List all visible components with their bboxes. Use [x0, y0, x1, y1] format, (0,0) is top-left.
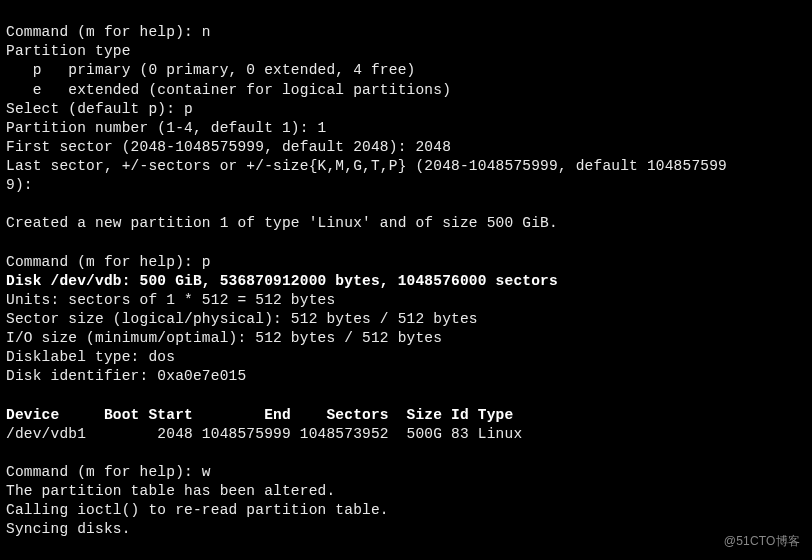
output-line: Disklabel type: dos	[6, 349, 175, 365]
prompt-line[interactable]: 9):	[6, 177, 42, 193]
output-line: Calling ioctl() to re-read partition tab…	[6, 502, 389, 518]
output-line: Units: sectors of 1 * 512 = 512 bytes	[6, 292, 335, 308]
user-input: p	[184, 101, 193, 117]
prompt-line[interactable]: Command (m for help): p	[6, 254, 211, 270]
terminal-output: Command (m for help): n Partition type p…	[6, 4, 806, 540]
output-line: Disk identifier: 0xa0e7e015	[6, 368, 246, 384]
blank-line	[6, 388, 15, 404]
output-line: Partition type	[6, 43, 131, 59]
prompt-line[interactable]: First sector (2048-1048575999, default 2…	[6, 139, 451, 155]
blank-line	[6, 445, 15, 461]
user-input: n	[202, 24, 211, 40]
output-line: p primary (0 primary, 0 extended, 4 free…	[6, 62, 415, 78]
table-row: /dev/vdb1 2048 1048575999 1048573952 500…	[6, 426, 522, 442]
user-input: 2048	[415, 139, 451, 155]
prompt-line[interactable]: Select (default p): p	[6, 101, 193, 117]
blank-line	[6, 196, 15, 212]
user-input: p	[202, 254, 211, 270]
output-line: The partition table has been altered.	[6, 483, 335, 499]
output-line: Sector size (logical/physical): 512 byte…	[6, 311, 478, 327]
prompt-line[interactable]: Command (m for help): n	[6, 24, 211, 40]
output-line: Created a new partition 1 of type 'Linux…	[6, 215, 558, 231]
user-input: w	[202, 464, 211, 480]
prompt-line[interactable]: Command (m for help): w	[6, 464, 211, 480]
watermark-text: @51CTO博客	[724, 534, 800, 550]
blank-line	[6, 235, 15, 251]
user-input: 1	[318, 120, 327, 136]
disk-header-line: Disk /dev/vdb: 500 GiB, 536870912000 byt…	[6, 273, 558, 289]
output-line: e extended (container for logical partit…	[6, 82, 451, 98]
output-line: Last sector, +/-sectors or +/-size{K,M,G…	[6, 158, 727, 174]
prompt-line[interactable]: Partition number (1-4, default 1): 1	[6, 120, 326, 136]
output-line: Syncing disks.	[6, 521, 131, 537]
table-header: Device Boot Start End Sectors Size Id Ty…	[6, 407, 513, 423]
output-line: I/O size (minimum/optimal): 512 bytes / …	[6, 330, 442, 346]
